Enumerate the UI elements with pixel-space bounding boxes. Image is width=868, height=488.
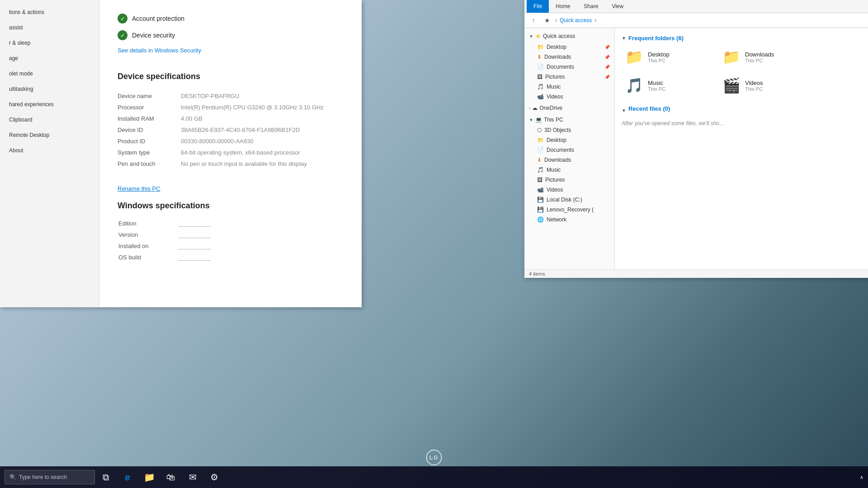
music-folder-info: Music This PC xyxy=(648,80,665,92)
sidebar-item-assist[interactable]: assist xyxy=(0,20,99,35)
sidebar-item-about[interactable]: About xyxy=(0,143,99,158)
music-large-icon: 🎵 xyxy=(625,78,643,93)
sidebar-item-remote[interactable]: Remote Desktop xyxy=(0,127,99,143)
sidebar-item-notifications[interactable]: tions & actions xyxy=(0,5,99,20)
sidebar-item-pc-desktop[interactable]: 📁 Desktop xyxy=(524,135,614,145)
spec-label-pentouch: Pen and touch xyxy=(118,158,181,169)
spec-label-productid: Product ID xyxy=(118,136,181,147)
desktop-large-icon: 📁 xyxy=(625,50,643,64)
search-placeholder: Type here to search xyxy=(19,474,67,480)
spec-value-productid: 00330-80000-00000-AA930 xyxy=(181,136,344,147)
desktop-folder-sub: This PC xyxy=(648,58,670,63)
lg-circle-icon: LG xyxy=(426,450,442,465)
spec-label-name: Device name xyxy=(118,90,181,102)
sidebar-item-downloads[interactable]: ⬇ Downloads 📌 xyxy=(524,52,614,62)
mail-button[interactable]: ✉ xyxy=(182,466,203,488)
sidebar-quickaccess-header[interactable]: ▼ ★ Quick access xyxy=(524,30,614,42)
sidebar-item-power[interactable]: r & sleep xyxy=(0,35,99,51)
security-details-link[interactable]: See details in Windows Security xyxy=(118,47,201,54)
taskview-icon: ⧉ xyxy=(103,472,109,483)
videos-icon: 📹 xyxy=(537,94,544,100)
recent-files-section: ▼ Recent files (0) After you've opened s… xyxy=(622,105,861,127)
downloads-folder-icon: ⬇ xyxy=(537,54,542,60)
win-spec-row-osbuild: OS build __________ xyxy=(118,252,343,263)
explorer-status-bar: 4 items xyxy=(524,269,868,278)
settings-window: tions & actions assist r & sleep age ole… xyxy=(0,0,362,307)
address-quickaccess[interactable]: Quick access xyxy=(560,17,592,23)
win-specs-table: Edition __________ Version __________ In… xyxy=(118,217,344,263)
nav-up-button[interactable]: ↑ xyxy=(528,15,539,26)
sidebar-item-tablet[interactable]: olet mode xyxy=(0,66,99,81)
localc-label: Local Disk (C:) xyxy=(547,197,582,203)
pc-music-icon: 🎵 xyxy=(537,167,544,173)
sidebar-item-pc-downloads[interactable]: ⬇ Downloads xyxy=(524,155,614,165)
sidebar-item-storage[interactable]: age xyxy=(0,51,99,66)
nav-star-button[interactable]: ★ xyxy=(542,15,552,26)
tab-view[interactable]: View xyxy=(605,0,630,13)
rename-pc-link[interactable]: Rename this PC xyxy=(118,185,160,192)
monitor-brand-label: LG xyxy=(426,450,442,465)
desktop-label: Desktop xyxy=(547,44,566,50)
sidebar-item-pc-music[interactable]: 🎵 Music xyxy=(524,165,614,175)
folder-desktop[interactable]: 📁 Desktop This PC xyxy=(622,46,712,68)
sidebar-section-quickaccess: ▼ ★ Quick access 📁 Desktop 📌 ⬇ Downloads… xyxy=(524,30,614,102)
search-bar[interactable]: 🔍 Type here to search xyxy=(5,470,95,484)
sidebar-item-pc-documents[interactable]: 📄 Documents xyxy=(524,145,614,155)
store-button[interactable]: 🛍 xyxy=(160,466,182,488)
edge-icon: e xyxy=(125,472,130,483)
chevron-thispc: ▼ xyxy=(529,117,533,122)
win-specs-title: Windows specifications xyxy=(118,201,344,211)
win-spec-row-edition: Edition __________ xyxy=(118,218,343,229)
sidebar-item-network[interactable]: 🌐 Network xyxy=(524,215,614,225)
edge-browser-button[interactable]: e xyxy=(117,466,138,488)
sidebar-item-desktop[interactable]: 📁 Desktop 📌 xyxy=(524,42,614,52)
taskview-button[interactable]: ⧉ xyxy=(95,466,117,488)
check-icon-device: ✓ xyxy=(118,30,127,40)
sidebar-item-shared[interactable]: hared experiences xyxy=(0,97,99,112)
sidebar-item-documents[interactable]: 📄 Documents 📌 xyxy=(524,62,614,72)
sidebar-item-lenovo[interactable]: 💾 Lenovo_Recovery ( xyxy=(524,205,614,215)
documents-label: Documents xyxy=(547,64,574,70)
tab-file[interactable]: File xyxy=(527,0,549,13)
folder-downloads[interactable]: 📁 Downloads This PC xyxy=(719,46,809,68)
folder-videos[interactable]: 🎬 Videos This PC xyxy=(719,75,809,96)
sidebar-thispc-header[interactable]: ▼ 💻 This PC xyxy=(524,114,614,125)
chevron-quickaccess: ▼ xyxy=(529,34,533,39)
downloads-folder-name: Downloads xyxy=(745,51,774,58)
recent-empty-text: After you've opened some files, we'll sh… xyxy=(622,120,861,127)
music-label: Music xyxy=(547,84,561,90)
spec-row-pentouch: Pen and touch No pen or touch input is a… xyxy=(118,158,344,169)
recent-files-label: Recent files (0) xyxy=(628,105,670,112)
pc-documents-label: Documents xyxy=(547,147,574,153)
device-security-label: Device security xyxy=(132,32,175,39)
sidebar-item-multitasking[interactable]: ultitasking xyxy=(0,81,99,97)
sidebar-item-pc-videos[interactable]: 📹 Videos xyxy=(524,185,614,195)
network-label: Network xyxy=(547,216,566,223)
spec-label-ram: Installed RAM xyxy=(118,113,181,124)
sidebar-item-music[interactable]: 🎵 Music xyxy=(524,82,614,92)
pictures-pin-icon: 📌 xyxy=(604,75,610,80)
sidebar-item-pc-pictures[interactable]: 🖼 Pictures xyxy=(524,175,614,185)
address-separator: › xyxy=(555,17,557,23)
spec-value-processor: Intel(R) Pentium(R) CPU G3240 @ 3.10GHz … xyxy=(181,102,344,113)
lg-logo: LG xyxy=(426,450,442,465)
folder-music[interactable]: 🎵 Music This PC xyxy=(622,75,712,96)
win-spec-value-installed: __________ xyxy=(178,241,343,251)
tab-home[interactable]: Home xyxy=(549,0,577,13)
downloads-large-icon: 📁 xyxy=(722,50,741,64)
videos-folder-sub: This PC xyxy=(745,86,763,92)
sidebar-item-localc[interactable]: 💾 Local Disk (C:) xyxy=(524,195,614,205)
pc-pictures-icon: 🖼 xyxy=(537,177,542,183)
frequent-folders-section: ▼ Frequent folders (6) 📁 Desktop This PC xyxy=(622,35,861,96)
status-items-count: 4 items xyxy=(529,271,545,277)
sidebar-onedrive-header[interactable]: › ☁ OneDrive xyxy=(524,103,614,113)
music-icon: 🎵 xyxy=(537,84,544,90)
settings-button[interactable]: ⚙ xyxy=(203,466,225,488)
pc-pictures-label: Pictures xyxy=(545,177,565,183)
sidebar-item-videos[interactable]: 📹 Videos xyxy=(524,92,614,102)
sidebar-item-clipboard[interactable]: Clipboard xyxy=(0,112,99,127)
tab-share[interactable]: Share xyxy=(577,0,605,13)
file-explorer-button[interactable]: 📁 xyxy=(138,466,160,488)
sidebar-item-pictures[interactable]: 🖼 Pictures 📌 xyxy=(524,72,614,82)
sidebar-item-3dobjects[interactable]: ⬡ 3D Objects xyxy=(524,125,614,135)
